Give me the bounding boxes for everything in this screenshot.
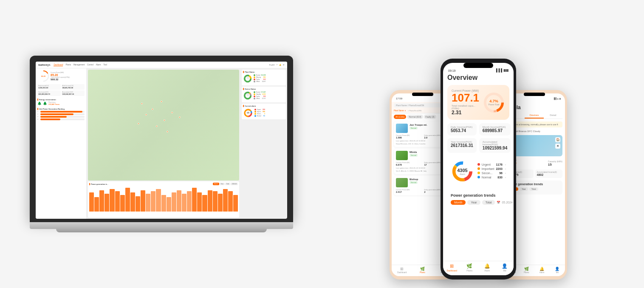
svg-text:Alarm: Alarm bbox=[247, 111, 249, 112]
plant-warning-row: Warning 386 bbox=[254, 76, 266, 78]
nav-management[interactable]: Management bbox=[73, 64, 85, 66]
gauge-center: 4.7% Power Rate bbox=[488, 99, 499, 106]
alarm-important-row-middle: Important 2203 › bbox=[477, 167, 506, 170]
nav-control[interactable]: Control bbox=[87, 64, 93, 66]
trend-date-middle: 📅 05.2024 ‹ › bbox=[497, 200, 514, 205]
bar-17 bbox=[172, 192, 176, 212]
nav-tab-alarm-middle[interactable]: 🔔 Alarm bbox=[478, 263, 496, 272]
dashboard-header-right: English ? 🔔 ⚙ bbox=[269, 64, 285, 66]
bar-4 bbox=[105, 194, 109, 212]
plant-offline-row: Offline 9,697 bbox=[254, 81, 266, 82]
bar-2 bbox=[94, 197, 99, 212]
bar-3 bbox=[99, 190, 104, 212]
plant-power-val-2: 6.678 bbox=[396, 164, 421, 166]
device-faulty-dot bbox=[254, 96, 255, 97]
device-status-section: Device Status Devices 28482 bbox=[242, 87, 286, 102]
rp-nav-alarm[interactable]: 🔔 Alarm bbox=[534, 267, 550, 274]
power-chart-section: Power generation tr... Month Year Total … bbox=[88, 181, 239, 217]
logo-ways: ways bbox=[43, 63, 50, 66]
chart-date[interactable]: 2024-04 bbox=[231, 183, 238, 185]
help-icon[interactable]: ? bbox=[277, 64, 277, 66]
nav-tab-dashboard-middle[interactable]: ⊞ Dashboard bbox=[443, 263, 461, 272]
phone-middle-time: 09:19 bbox=[448, 69, 456, 72]
rank-bar-1 bbox=[40, 111, 82, 113]
tree-icon: 🌲 bbox=[37, 102, 42, 105]
plant-status-title: Plant Status bbox=[243, 71, 285, 73]
tree-count-value: 172,947 Trees bbox=[48, 103, 59, 105]
power-rate-label: Power Rate bbox=[488, 103, 499, 106]
chart-tab-year[interactable]: Year bbox=[220, 183, 225, 185]
rank-bar-2 bbox=[40, 113, 73, 115]
nav-dashboard[interactable]: Dashboard bbox=[54, 64, 63, 66]
plant-thumb-1 bbox=[396, 124, 408, 133]
device-offline-label: Offline bbox=[256, 98, 261, 99]
power-trend-title: Power generation trends bbox=[451, 193, 506, 198]
power-val-2: Capacity (kWh) 15 bbox=[548, 160, 562, 167]
nav-tab-plants-left[interactable]: 🌿 Plants bbox=[412, 267, 432, 274]
chart-tab-total[interactable]: Total bbox=[225, 183, 230, 185]
plant-status-donut: Plants 26768 bbox=[243, 74, 252, 83]
alarm-secondary-arrow: › bbox=[505, 172, 506, 174]
nav-tab-me-middle[interactable]: 👤 Me bbox=[496, 263, 514, 272]
daily-income-val-middle: 5053.74 bbox=[451, 128, 473, 133]
phone-left-time: 17:59 bbox=[396, 97, 402, 100]
bar-26 bbox=[218, 194, 223, 212]
alarm-normal-row: Normal 91 bbox=[254, 115, 265, 117]
device-standby-dot bbox=[254, 93, 255, 95]
svg-text:Devices: Devices bbox=[246, 94, 249, 95]
rp-tab-detail[interactable]: Detail bbox=[544, 113, 562, 119]
settings-icon[interactable]: ⚙ bbox=[283, 64, 285, 66]
rank-num-4: 4 bbox=[37, 119, 40, 120]
chart-tab-month[interactable]: Month bbox=[213, 183, 219, 185]
filter-chip-all[interactable]: All (1191) bbox=[394, 115, 406, 119]
installed-capacity-value: 568.32 bbox=[51, 78, 85, 81]
plant-faulty-row: Faulty 163 bbox=[254, 79, 266, 80]
device-normal-label: Normal bbox=[256, 91, 260, 93]
nav-tab-dashboard-left[interactable]: ⊞ Dashboard bbox=[392, 267, 412, 274]
language-selector[interactable]: English bbox=[269, 64, 275, 66]
device-status-donut: Devices 28482 bbox=[243, 91, 252, 100]
rp-nav-plants[interactable]: 🌿 Plants bbox=[519, 267, 534, 274]
device-status-title: Device Status bbox=[243, 88, 285, 90]
month-income-box-middle: Month Income(PGK) 689985.97 bbox=[479, 123, 511, 136]
overview-screen: Overview Current Power (MW) 107.1 Total … bbox=[443, 73, 514, 275]
rp-trend-tab-total[interactable]: Total bbox=[529, 187, 538, 191]
svg-text:Plants: Plants bbox=[246, 77, 249, 78]
trend-tab-total[interactable]: Total bbox=[482, 200, 495, 205]
rp-trend-tab-year[interactable]: Year bbox=[520, 187, 528, 191]
bell-icon[interactable]: 🔔 bbox=[279, 64, 281, 66]
filter-chip-normal[interactable]: Normal (918) bbox=[407, 115, 423, 119]
bar-6 bbox=[115, 191, 120, 212]
plant-name-area-2: Mirela Normal bbox=[410, 151, 441, 160]
nav-tab-plants-middle[interactable]: 🌿 Plants bbox=[461, 263, 479, 272]
bar-18 bbox=[177, 190, 181, 212]
rp-nav-me[interactable]: 👤 Me bbox=[550, 267, 565, 274]
nav-tool[interactable]: Tool bbox=[104, 64, 107, 66]
plant-faulty-label: Faulty bbox=[256, 79, 263, 80]
alarm-secondary-label: Secon... bbox=[257, 113, 263, 115]
energy-conservation-section: Energy conservation 🌲 🌲 Plant trees 172,… bbox=[37, 99, 85, 105]
laptop-base bbox=[30, 222, 293, 229]
rank-item-2: 2 bbox=[37, 113, 85, 115]
bar-15 bbox=[161, 195, 166, 212]
map-dot-4 bbox=[164, 119, 165, 121]
bar-16 bbox=[167, 197, 171, 212]
rank-item-4: 4 bbox=[37, 119, 85, 120]
battery-icon: ▮▮▮ bbox=[503, 68, 508, 72]
nav-alarm[interactable]: Alarm bbox=[96, 64, 101, 66]
alarm-normal-label-middle: Normal bbox=[482, 176, 496, 179]
rp-tab-devices[interactable]: Devices bbox=[525, 113, 543, 119]
filter-chip-faulty[interactable]: Faulty (3) bbox=[424, 115, 436, 119]
dashboard-right-panel: Plant Status Plants 26768 bbox=[240, 68, 287, 219]
alarm-secondary-dot-middle bbox=[477, 172, 480, 174]
plant-faulty-count: 163 bbox=[263, 79, 266, 80]
plant-normal-label: Normal bbox=[256, 74, 260, 76]
plant-offline-count: 9,697 bbox=[262, 81, 266, 82]
trend-tab-month[interactable]: Month bbox=[451, 200, 466, 205]
bar-20 bbox=[187, 191, 192, 212]
alarm-donut-middle: 4305 Alarm bbox=[451, 160, 474, 183]
nav-plants[interactable]: Plants bbox=[65, 64, 71, 66]
energy-conservation-title: Energy conservation bbox=[37, 99, 85, 101]
trend-tab-year[interactable]: Year bbox=[467, 200, 480, 205]
bar-22 bbox=[197, 192, 202, 212]
